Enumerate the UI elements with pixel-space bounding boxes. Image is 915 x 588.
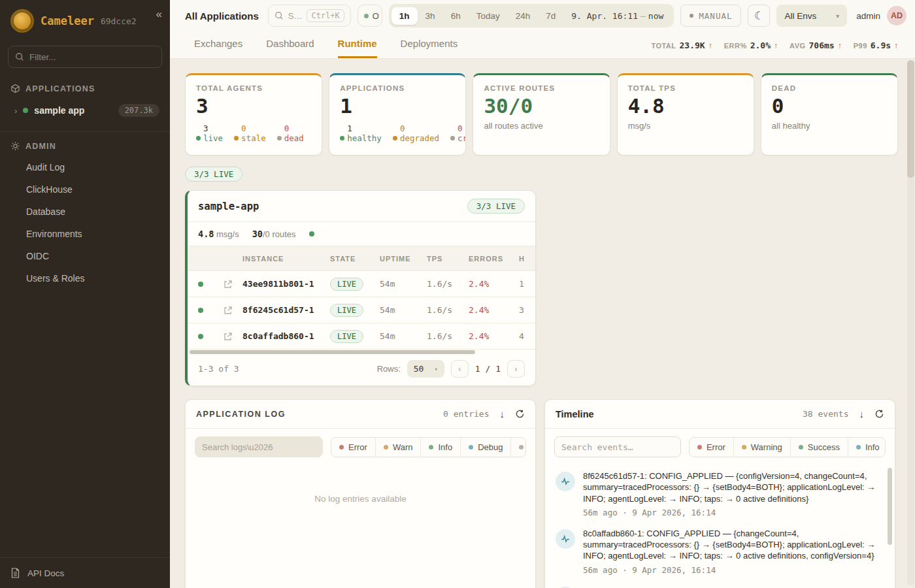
chip-label: Error — [348, 442, 367, 452]
download-icon[interactable]: ↓ — [859, 408, 865, 419]
range-today[interactable]: Today — [469, 7, 508, 25]
stat-label: P99 — [854, 42, 867, 50]
username: admin — [856, 11, 880, 21]
chip-success[interactable]: Success — [790, 438, 848, 457]
range-1h[interactable]: 1h — [391, 7, 418, 25]
box-icon — [10, 84, 20, 93]
tab-dashboard[interactable]: Dashboard — [266, 38, 314, 58]
sidebar-filter[interactable] — [8, 46, 162, 68]
range-7d[interactable]: 7d — [538, 7, 563, 25]
applications-section-header: APPLICATIONS — [0, 77, 170, 99]
tab-exchanges[interactable]: Exchanges — [194, 38, 242, 58]
document-icon — [10, 568, 20, 578]
sidebar-item-clickhouse[interactable]: ClickHouse — [0, 178, 170, 201]
time-range-control: 1h 3h 6h Today 24h 7d 9. Apr. 16:11—now — [389, 4, 674, 27]
chip-label: Info — [865, 442, 880, 452]
substat-num: 3 — [203, 123, 223, 133]
timeline-event[interactable]: 8f6245c61d57-1: CONFIG_APPLIED — {config… — [556, 470, 882, 517]
prev-page-button[interactable]: ‹ — [451, 360, 469, 378]
sidebar-item-database[interactable]: Database — [0, 201, 170, 223]
date-separator: — — [638, 11, 648, 21]
horizontal-scrollbar-thumb[interactable] — [190, 350, 475, 354]
timeline-event[interactable]: 43ee9811b801-1: CONFIG_APPLIED — {change… — [556, 585, 882, 588]
horizontal-scrollbar[interactable] — [188, 350, 535, 355]
env-select-value: All Envs — [784, 11, 816, 21]
caret-down-icon: ▾ — [434, 366, 437, 372]
event-text: 8c0affadb860-1: CONFIG_APPLIED — {change… — [583, 528, 882, 562]
app-card-header[interactable]: sample-app 3/3 LIVE — [188, 191, 535, 222]
chip-error[interactable]: Error — [331, 438, 375, 457]
stat-label: TOTAL — [651, 42, 676, 50]
refresh-icon[interactable] — [515, 409, 525, 419]
sidebar-item-sample-app[interactable]: › sample app 207.3k — [0, 99, 170, 122]
external-link-icon[interactable] — [224, 306, 233, 315]
timeline-event[interactable]: 8c0affadb860-1: CONFIG_APPLIED — {change… — [556, 528, 882, 575]
tab-runtime[interactable]: Runtime — [338, 38, 377, 58]
sidebar-collapse-icon[interactable]: « — [156, 8, 162, 21]
api-docs-link[interactable]: API Docs — [0, 557, 170, 588]
col-uptime: UPTIME — [380, 255, 427, 263]
card-total-agents: TOTAL AGENTS 3 3live 0stale 0dead — [185, 73, 322, 155]
card-active-routes: ACTIVE ROUTES 30/0 all routes active — [473, 73, 610, 155]
next-page-button[interactable]: › — [507, 360, 525, 378]
log-filters: Error Warn Info Debug Trace — [186, 429, 535, 465]
table-row[interactable]: 8f6245c61d57-1 LIVE 54m 1.6/s 2.4% 3 — [188, 297, 535, 323]
substat-degraded: 0degraded — [393, 123, 439, 143]
timeline-scrollbar-thumb[interactable] — [888, 468, 892, 545]
global-search[interactable]: S… Ctrl+K — [268, 5, 351, 27]
chip-debug[interactable]: Debug — [460, 438, 510, 457]
chip-info[interactable]: Info — [848, 438, 886, 457]
date-to: now — [648, 11, 663, 21]
info-dot — [856, 445, 861, 449]
chip-warn[interactable]: Warn — [375, 438, 421, 457]
range-24h[interactable]: 24h — [508, 7, 539, 25]
timeline-title: Timeline — [556, 409, 594, 419]
rows-per-page-select[interactable]: 50▾ — [407, 360, 444, 378]
sidebar-divider — [0, 131, 170, 132]
tab-deployments[interactable]: Deployments — [401, 38, 458, 58]
online-status-pill[interactable]: O — [358, 5, 382, 27]
event-list: 8f6245c61d57-1: CONFIG_APPLIED — {config… — [545, 465, 895, 588]
log-empty-state: No log entries available — [186, 465, 535, 504]
chip-warning[interactable]: Warning — [733, 438, 790, 457]
env-select[interactable]: All Envs ▾ — [776, 5, 847, 27]
download-icon[interactable]: ↓ — [500, 408, 505, 419]
chip-error[interactable]: Error — [690, 438, 733, 457]
table-row[interactable]: 43ee9811b801-1 LIVE 54m 1.6/s 2.4% 1 — [188, 271, 535, 297]
chip-trace[interactable]: Trace — [510, 438, 526, 457]
card-label: ACTIVE ROUTES — [484, 84, 599, 92]
warn-dot — [384, 445, 388, 449]
manual-dot — [690, 14, 693, 18]
dark-mode-toggle[interactable]: ☾ — [748, 5, 770, 27]
chip-info[interactable]: Info — [420, 438, 460, 457]
table-row[interactable]: 8c0affadb860-1 LIVE 54m 1.6/s 2.4% 4 — [188, 323, 535, 350]
sidebar-item-oidc[interactable]: OIDC — [0, 245, 170, 267]
trend-up-icon: ↑ — [774, 41, 778, 50]
api-docs-label: API Docs — [27, 568, 64, 578]
page-scrollbar[interactable] — [907, 60, 914, 585]
search-icon — [15, 52, 24, 61]
external-link-icon[interactable] — [224, 280, 233, 289]
manual-refresh-button[interactable]: MANUAL — [680, 5, 741, 27]
row-status-dot — [198, 308, 203, 313]
expand-chevron-icon[interactable]: › — [14, 106, 17, 116]
date-range-display[interactable]: 9. Apr. 16:11—now — [563, 11, 671, 21]
event-text: 8f6245c61d57-1: CONFIG_APPLIED — {config… — [583, 470, 882, 504]
page-scrollbar-thumb[interactable] — [907, 60, 914, 178]
event-time: 56m ago · 9 Apr 2026, 16:14 — [583, 508, 882, 517]
refresh-icon[interactable] — [874, 409, 884, 419]
sidebar-item-environments[interactable]: Environments — [0, 223, 170, 245]
substat-label: stale — [241, 133, 266, 143]
pulse-icon — [556, 529, 575, 549]
range-3h[interactable]: 3h — [418, 7, 443, 25]
log-search-input[interactable] — [195, 436, 323, 457]
substat-label: dead — [284, 133, 304, 143]
event-search-input[interactable] — [554, 436, 681, 457]
external-link-icon[interactable] — [224, 332, 233, 341]
sidebar-filter-input[interactable] — [29, 52, 155, 62]
range-6h[interactable]: 6h — [443, 7, 469, 25]
avatar[interactable]: AD — [887, 6, 907, 25]
sidebar-item-users-roles[interactable]: Users & Roles — [0, 267, 170, 289]
sidebar-item-audit-log[interactable]: Audit Log — [0, 156, 170, 178]
sample-app-card: sample-app 3/3 LIVE 4.8 msg/s 30/0 route… — [185, 190, 536, 386]
